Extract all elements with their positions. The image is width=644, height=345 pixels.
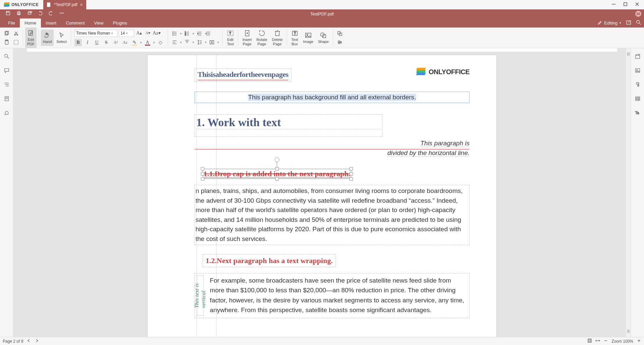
prev-page-icon[interactable]: [26, 338, 31, 344]
tab-insert[interactable]: Insert: [41, 18, 61, 28]
delete-page-button[interactable]: Delete Page: [270, 28, 285, 48]
header-box[interactable]: Thisisaheaderfortheevenpages: [195, 68, 291, 82]
tab-plugins[interactable]: Plugins: [108, 18, 132, 28]
increase-indent-icon[interactable]: [205, 30, 212, 37]
insert-page-button[interactable]: Insert Page: [240, 28, 254, 48]
rotate-handle[interactable]: [275, 157, 279, 162]
cut-icon[interactable]: [13, 30, 19, 37]
find-icon[interactable]: [636, 20, 641, 26]
resize-handle[interactable]: [275, 177, 279, 181]
paragraph-settings-icon[interactable]: [633, 80, 642, 89]
subscript-button[interactable]: A₂: [121, 39, 129, 46]
strike-button[interactable]: S: [103, 39, 110, 46]
table-settings-icon[interactable]: [633, 94, 642, 103]
scroll-down-arrow-icon[interactable]: [627, 330, 630, 333]
font-color-button[interactable]: A: [144, 39, 151, 46]
minimize-button[interactable]: [611, 2, 616, 7]
shape-settings-icon[interactable]: [633, 52, 642, 61]
copy-icon[interactable]: [3, 30, 10, 37]
resize-handle[interactable]: [350, 177, 353, 181]
comments-panel-icon[interactable]: [2, 66, 11, 75]
zoom-out-icon[interactable]: [603, 338, 608, 344]
quick-print-icon[interactable]: [27, 10, 32, 17]
print-icon[interactable]: [16, 10, 21, 17]
align-h-icon[interactable]: [171, 39, 178, 46]
increase-font-icon[interactable]: A▴: [136, 30, 143, 37]
resize-handle[interactable]: [275, 167, 279, 170]
highlight-paragraph-box[interactable]: This paragraph has background fill and a…: [195, 92, 470, 103]
fit-width-icon[interactable]: [595, 338, 600, 344]
decrease-font-icon[interactable]: A▾: [144, 30, 152, 37]
close-window-button[interactable]: [635, 2, 639, 7]
select-all-icon[interactable]: [13, 39, 19, 46]
resize-handle[interactable]: [201, 172, 204, 176]
resize-handle[interactable]: [350, 172, 353, 176]
editing-mode-dropdown[interactable]: Editing ▾: [597, 20, 621, 26]
tab-comment[interactable]: Comment: [61, 18, 89, 28]
image-button[interactable]: Image: [301, 28, 316, 48]
fit-page-icon[interactable]: [587, 338, 592, 344]
zoom-in-icon[interactable]: [637, 338, 641, 344]
textart-settings-icon[interactable]: Ta: [633, 108, 642, 117]
align-objects-icon[interactable]: [336, 39, 343, 46]
resize-handle[interactable]: [350, 167, 353, 170]
paste-icon[interactable]: [3, 39, 10, 46]
selected-text-object[interactable]: 1.1.Drop cap is added into the next para…: [203, 169, 351, 179]
align-v-icon[interactable]: [184, 39, 191, 46]
subheading-12[interactable]: 1.2.Next paragraph has a text wrapping.: [203, 254, 336, 267]
highlight-button[interactable]: ✎: [131, 39, 138, 46]
vertical-text-box[interactable]: This text is vertical: [197, 276, 204, 316]
document-tab[interactable]: *TestPDF.pdf ×: [43, 0, 86, 9]
change-case-icon[interactable]: Aa▾: [153, 30, 160, 37]
numbering-icon[interactable]: 123: [184, 30, 191, 37]
text-box-button[interactable]: T Text Box: [289, 28, 301, 48]
tab-view[interactable]: View: [90, 18, 108, 28]
resize-handle[interactable]: [201, 167, 204, 170]
select-tool-button[interactable]: Select: [54, 30, 69, 46]
shape-button[interactable]: Shape: [316, 28, 331, 48]
section-heading-box[interactable]: 1. Work with text: [195, 114, 382, 137]
tab-home[interactable]: Home: [20, 18, 41, 28]
rotate-page-button[interactable]: Rotate Page: [254, 28, 269, 48]
edit-text-button[interactable]: T Edit Text: [225, 28, 236, 48]
maximize-button[interactable]: [623, 2, 628, 7]
find-panel-icon[interactable]: [2, 52, 11, 61]
open-location-icon[interactable]: [626, 20, 631, 26]
font-name-combo[interactable]: Times New Roman▾: [74, 30, 117, 37]
resize-handle[interactable]: [201, 177, 204, 181]
document-canvas[interactable]: Thisisaheaderfortheevenpages ONLYOFFICE …: [13, 48, 631, 337]
next-page-icon[interactable]: [35, 338, 39, 344]
svg-point-36: [173, 35, 173, 35]
italic-button[interactable]: I: [84, 39, 91, 46]
wrap-block[interactable]: This text is vertical For example, some …: [195, 273, 470, 318]
undo-icon[interactable]: [38, 10, 43, 17]
tab-file[interactable]: File: [3, 18, 20, 28]
scroll-up-arrow-icon[interactable]: [627, 52, 630, 56]
bullets-icon[interactable]: [171, 30, 178, 37]
columns-icon[interactable]: [209, 39, 215, 46]
redo-icon[interactable]: [48, 10, 54, 17]
save-icon[interactable]: [5, 10, 11, 17]
user-avatar[interactable]: SZ: [635, 11, 641, 17]
more-icon[interactable]: [59, 10, 64, 17]
decrease-indent-icon[interactable]: [196, 30, 203, 37]
italic-line2: divided by the horizontal line.: [195, 149, 470, 157]
bold-button[interactable]: B: [74, 39, 82, 46]
close-tab-icon[interactable]: ×: [80, 2, 83, 7]
arrange-icon[interactable]: [336, 30, 343, 37]
thumbnails-panel-icon[interactable]: [2, 94, 11, 103]
hand-tool-button[interactable]: Hand: [41, 30, 54, 46]
zoom-label[interactable]: Zoom 100%: [611, 339, 633, 344]
superscript-button[interactable]: A²: [112, 39, 119, 46]
edit-pdf-button[interactable]: Edit PDF: [25, 28, 37, 48]
font-size-combo[interactable]: 14▾: [119, 30, 134, 37]
paragraph-1[interactable]: n planes, trains, ships, and automobiles…: [195, 185, 470, 245]
underline-button[interactable]: U: [93, 39, 101, 46]
feedback-icon[interactable]: [2, 108, 11, 117]
image-settings-icon[interactable]: [633, 66, 642, 75]
line-spacing-icon[interactable]: [196, 39, 203, 46]
page-indicator[interactable]: Page 2 of 9: [3, 339, 23, 344]
headings-panel-icon[interactable]: [2, 80, 11, 89]
vertical-scrollbar[interactable]: [626, 48, 631, 337]
clear-style-icon[interactable]: ◇: [157, 39, 164, 46]
